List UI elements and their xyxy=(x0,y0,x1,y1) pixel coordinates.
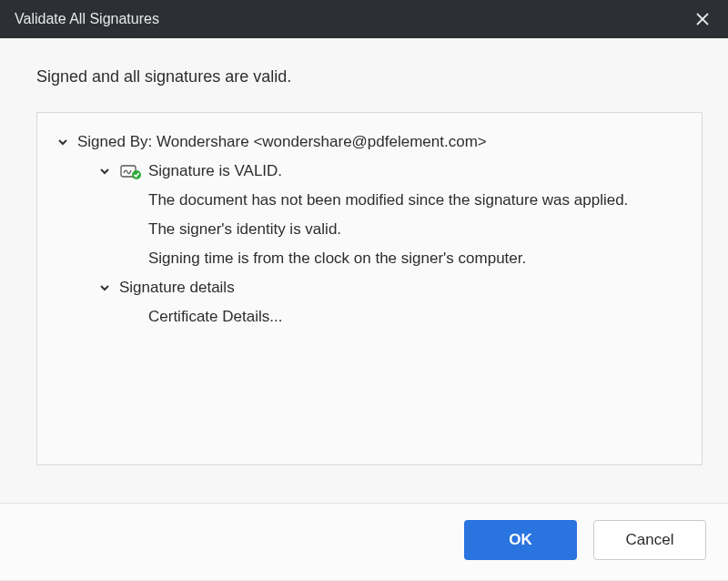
dialog-content: Signed and all signatures are valid. Sig… xyxy=(0,38,728,503)
summary-text: Signed and all signatures are valid. xyxy=(36,67,703,87)
tree-node-signed-by[interactable]: Signed By: Wondershare <wondershare@pdfe… xyxy=(46,127,693,157)
certificate-details-label: Certificate Details... xyxy=(148,302,282,331)
chevron-down-icon xyxy=(96,162,114,180)
validate-signatures-dialog: Validate All Signatures Signed and all s… xyxy=(0,0,728,581)
signature-tree-panel: Signed By: Wondershare <wondershare@pdfe… xyxy=(36,112,703,465)
svg-point-3 xyxy=(132,170,141,179)
titlebar: Validate All Signatures xyxy=(0,0,728,38)
tree-node-certificate-details[interactable]: Certificate Details... xyxy=(46,302,693,331)
dialog-footer: OK Cancel xyxy=(0,503,728,580)
detail-text: The signer's identity is valid. xyxy=(148,215,341,244)
tree-node-signature-details[interactable]: Signature details xyxy=(46,273,693,302)
tree-detail-identity: The signer's identity is valid. xyxy=(46,215,693,244)
tree-node-signature-valid[interactable]: Signature is VALID. xyxy=(46,157,693,186)
chevron-down-icon xyxy=(54,133,72,151)
detail-text: The document has not been modified since… xyxy=(148,186,628,215)
dialog-title: Validate All Signatures xyxy=(15,11,159,27)
detail-text: Signing time is from the clock on the si… xyxy=(148,244,526,273)
signature-valid-label: Signature is VALID. xyxy=(148,157,282,186)
signature-details-label: Signature details xyxy=(119,273,235,302)
cancel-button[interactable]: Cancel xyxy=(593,520,706,560)
signature-valid-icon xyxy=(119,162,143,180)
ok-button[interactable]: OK xyxy=(464,520,577,560)
tree-detail-time: Signing time is from the clock on the si… xyxy=(46,244,693,273)
close-button[interactable] xyxy=(690,6,715,32)
tree-detail-not-modified: The document has not been modified since… xyxy=(46,186,693,215)
close-icon xyxy=(695,12,710,26)
chevron-down-icon xyxy=(96,279,114,297)
signed-by-label: Signed By: Wondershare <wondershare@pdfe… xyxy=(77,127,487,157)
